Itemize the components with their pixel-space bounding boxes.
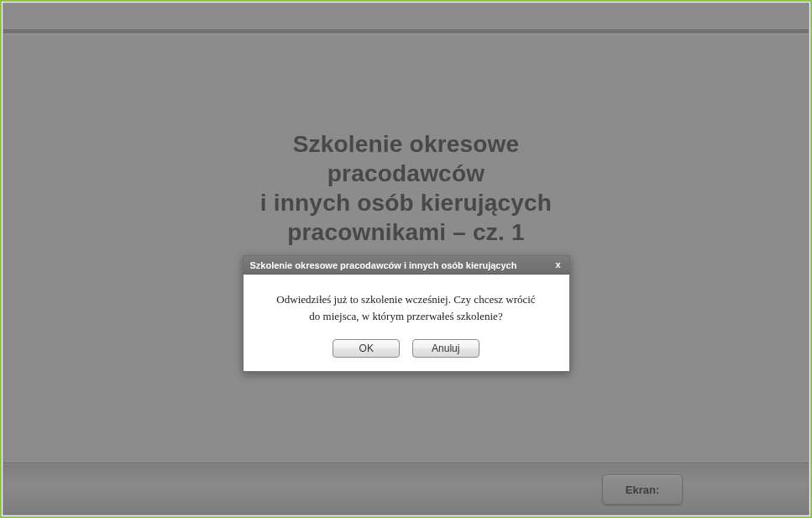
resume-dialog: Szkolenie okresowe pracodawców i innych … xyxy=(243,255,570,372)
cancel-button[interactable]: Anuluj xyxy=(412,339,479,358)
dialog-message-line-1: Odwiedziłeś już to szkolenie wcześniej. … xyxy=(276,293,535,306)
dialog-title: Szkolenie okresowe pracodawców i innych … xyxy=(250,260,553,270)
top-divider xyxy=(3,29,809,34)
title-line-3: i innych osób kierujących xyxy=(260,190,552,216)
course-title: Szkolenie okresowe pracodawców i innych … xyxy=(3,129,809,247)
title-line-2: pracodawców xyxy=(327,160,485,186)
dialog-message-line-2: do miejsca, w którym przerwałeś szkoleni… xyxy=(309,310,502,322)
close-icon[interactable]: x xyxy=(553,259,564,271)
modal-overlay: Szkolenie okresowe pracodawców i innych … xyxy=(3,3,809,515)
window-frame: Szkolenie okresowe pracodawców i innych … xyxy=(0,0,812,518)
content-stage: Szkolenie okresowe pracodawców i innych … xyxy=(3,3,809,515)
title-line-4: pracownikami – cz. 1 xyxy=(287,219,525,245)
footer-bar: Ekran: xyxy=(3,463,809,515)
screen-indicator-label: Ekran: xyxy=(626,484,659,496)
ok-button[interactable]: OK xyxy=(333,339,400,358)
dialog-buttons: OK Anuluj xyxy=(244,336,569,371)
course-title-text: Szkolenie okresowe pracodawców i innych … xyxy=(3,129,809,247)
screen-indicator-button[interactable]: Ekran: xyxy=(602,474,683,505)
dialog-message: Odwiedziłeś już to szkolenie wcześniej. … xyxy=(244,275,569,336)
title-line-1: Szkolenie okresowe xyxy=(293,131,520,157)
dialog-titlebar[interactable]: Szkolenie okresowe pracodawców i innych … xyxy=(244,256,569,275)
